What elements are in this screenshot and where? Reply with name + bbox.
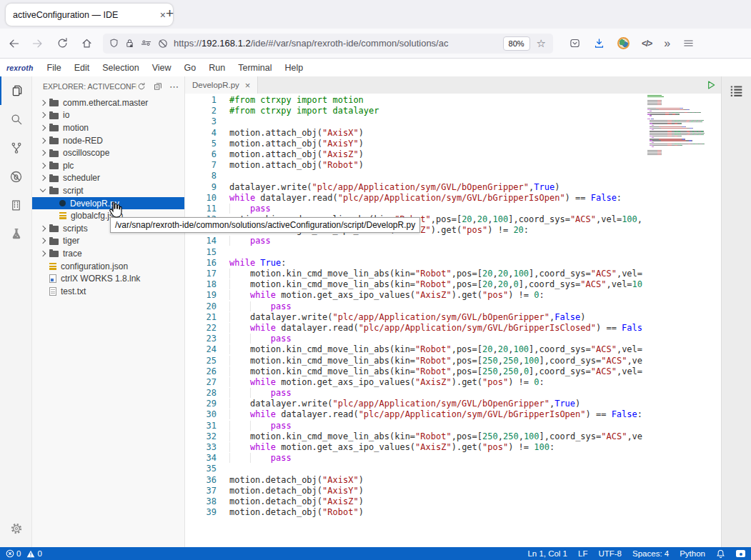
minimap[interactable] — [647, 95, 716, 159]
zoom-level-badge[interactable]: 80% — [503, 36, 530, 51]
tree-item-plc[interactable]: plc — [32, 159, 184, 172]
menu-item-selection[interactable]: Selection — [96, 63, 145, 73]
tree-item-tiger[interactable]: tiger — [32, 235, 184, 248]
pocket-icon[interactable] — [569, 37, 581, 49]
code-line: 29 datalayer.write("plc/app/Application/… — [185, 399, 642, 409]
chevron-right-icon[interactable] — [40, 238, 46, 244]
code-line: 31 pass — [185, 421, 642, 431]
chevron-right-icon[interactable] — [40, 251, 46, 256]
chevron-right-icon[interactable] — [40, 125, 46, 131]
overflow-chevron-icon[interactable]: » — [664, 37, 670, 50]
editor-tab-close-icon[interactable]: × — [245, 80, 251, 91]
code-line: 36motion.detach_obj("AxisX") — [185, 475, 642, 486]
chevron-right-icon[interactable] — [40, 150, 46, 156]
screencast-icon[interactable] — [736, 550, 745, 557]
shield-icon[interactable] — [109, 38, 119, 49]
activity-test-flask-button[interactable] — [0, 219, 32, 248]
errors-indicator[interactable]: 0 — [6, 549, 21, 558]
menu-item-terminal[interactable]: Terminal — [232, 63, 278, 73]
activity-source-control-button[interactable] — [0, 134, 32, 162]
status-cursor-position[interactable]: Ln 1, Col 1 — [527, 549, 567, 558]
warnings-indicator[interactable]: 0 — [26, 549, 41, 558]
menu-item-view[interactable]: View — [146, 63, 178, 73]
tree-item-comm-ethercat-master[interactable]: comm.ethercat.master — [32, 96, 184, 109]
code-line: 11 pass — [185, 204, 642, 214]
extension-globe-icon[interactable] — [617, 37, 630, 49]
line-number: 27 — [185, 377, 229, 388]
tree-item-scheduler[interactable]: scheduler — [32, 172, 184, 185]
more-actions-icon[interactable]: ⋯ — [169, 81, 179, 92]
url-text[interactable]: https://192.168.1.2/ide/#/var/snap/rexro… — [174, 38, 498, 49]
chevron-right-icon[interactable] — [40, 112, 46, 118]
activity-explorer-button[interactable] — [0, 76, 32, 105]
code-line: 4motion.attach_obj("AxisX") — [185, 128, 642, 139]
explorer-panel: EXPLORER: ACTIVECONFI... ⋯ comm.ethercat… — [32, 76, 184, 547]
chevron-right-icon[interactable] — [40, 100, 46, 106]
chevron-right-icon[interactable] — [40, 137, 46, 143]
tree-item-test-txt[interactable]: test.txt — [32, 285, 184, 298]
folder-icon — [49, 125, 59, 131]
refresh-icon[interactable] — [136, 81, 146, 91]
chevron-right-icon[interactable] — [40, 175, 46, 181]
tree-item-io[interactable]: io — [32, 109, 184, 122]
collapse-all-icon[interactable] — [153, 81, 163, 91]
status-eol[interactable]: LF — [578, 549, 587, 558]
code-line: 15 — [185, 247, 642, 258]
chevron-right-icon[interactable] — [40, 225, 46, 231]
line-number: 30 — [185, 409, 229, 420]
permissions-icon[interactable] — [140, 38, 152, 49]
code-line: 14 pass — [185, 236, 642, 246]
status-language[interactable]: Python — [680, 549, 705, 558]
outline-list-icon[interactable] — [728, 83, 745, 99]
activity-search-button[interactable] — [0, 105, 32, 134]
line-number: 18 — [185, 279, 229, 290]
line-number: 10 — [185, 193, 229, 204]
tree-item-label: comm.ethercat.master — [63, 98, 148, 108]
folder-icon — [49, 113, 59, 119]
editor-tab-developr[interactable]: DevelopR.py × — [185, 76, 258, 94]
new-tab-button[interactable]: + — [166, 6, 174, 21]
menu-item-file[interactable]: File — [41, 63, 68, 73]
content-blocked-icon[interactable] — [157, 38, 169, 49]
menu-item-help[interactable]: Help — [278, 63, 309, 73]
tree-item-configuration-json[interactable]: configuration.json — [32, 260, 184, 273]
menu-item-run[interactable]: Run — [202, 63, 232, 73]
menu-hamburger-icon[interactable] — [682, 37, 695, 49]
tree-item-ctrlx-works-1-8-lnk[interactable]: ctrlX WORKS 1.8.lnk — [32, 272, 184, 285]
tree-item-motion[interactable]: motion — [32, 121, 184, 134]
shortcut-file-icon — [49, 274, 56, 283]
reload-button[interactable] — [51, 33, 73, 54]
browser-tab[interactable]: activeConfiguration — IDE × — [6, 4, 173, 26]
bookmark-star-icon[interactable]: ☆ — [537, 37, 546, 50]
run-script-button[interactable] — [705, 79, 717, 91]
status-encoding[interactable]: UTF-8 — [598, 549, 622, 558]
tree-item-node-red[interactable]: node-RED — [32, 134, 184, 147]
tree-item-label: configuration.json — [61, 261, 128, 271]
line-number: 36 — [185, 475, 229, 486]
menu-item-go[interactable]: Go — [178, 63, 203, 73]
line-number: 15 — [185, 247, 229, 258]
devtools-code-icon[interactable]: </> — [642, 39, 652, 49]
menu-item-edit[interactable]: Edit — [68, 63, 96, 73]
settings-gear-button[interactable] — [0, 514, 32, 543]
chevron-right-icon[interactable] — [40, 163, 46, 169]
home-button[interactable] — [76, 33, 97, 54]
line-number: 9 — [185, 182, 229, 193]
chevron-down-icon[interactable] — [40, 186, 46, 192]
download-icon[interactable] — [593, 37, 605, 49]
status-indentation[interactable]: Spaces: 4 — [632, 549, 669, 558]
url-bar[interactable]: https://192.168.1.2/ide/#/var/snap/rexro… — [103, 34, 553, 54]
tree-item-oscilloscope[interactable]: oscilloscope — [32, 146, 184, 159]
activity-plugin-columns-button[interactable] — [0, 191, 32, 219]
lock-warning-icon[interactable] — [124, 38, 135, 49]
line-number: 33 — [185, 442, 229, 453]
bell-icon[interactable] — [716, 549, 725, 559]
activity-debug-disabled-button[interactable] — [0, 162, 32, 191]
forward-button[interactable] — [27, 33, 49, 54]
back-button[interactable] — [3, 33, 24, 54]
line-number: 6 — [185, 149, 229, 160]
tree-item-script[interactable]: script — [32, 184, 184, 197]
tree-item-trace[interactable]: trace — [32, 247, 184, 260]
code-editor[interactable]: 1#from ctrxpy import motion2#from ctrxpy… — [185, 95, 721, 547]
tab-close-icon[interactable]: × — [160, 9, 166, 21]
